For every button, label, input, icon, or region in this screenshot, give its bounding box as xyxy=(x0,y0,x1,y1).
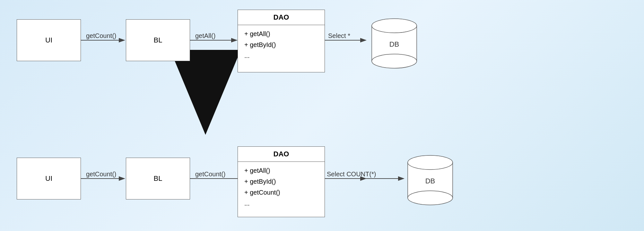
db-svg-top: DB xyxy=(369,14,420,69)
dao-item-top-2: + getById() xyxy=(244,39,318,50)
dao-header-top: DAO xyxy=(238,10,325,25)
svg-point-10 xyxy=(372,54,417,68)
ui-label-top: UI xyxy=(45,36,52,44)
bl-label-top: BL xyxy=(154,36,162,44)
ui-box-bottom: UI xyxy=(17,158,81,199)
dao-item-bottom-4: ... xyxy=(244,198,318,209)
svg-text:DB: DB xyxy=(389,40,399,48)
dao-item-bottom-1: + getAll() xyxy=(244,165,318,176)
dao-item-bottom-2: + getById() xyxy=(244,176,318,187)
svg-text:DB: DB xyxy=(425,177,435,185)
dao-body-bottom: + getAll() + getById() + getCount() ... xyxy=(238,162,325,212)
arrow-label-top-2: getAll() xyxy=(195,32,215,40)
bl-box-bottom: BL xyxy=(126,158,190,199)
dao-item-bottom-3: + getCount() xyxy=(244,187,318,198)
diagram-container: UI getCount() BL getAll() DAO + getAll()… xyxy=(0,0,644,231)
svg-point-17 xyxy=(408,156,452,169)
arrow-label-bottom-3: Select COUNT(*) xyxy=(327,171,376,178)
arrow-label-bottom-2: getCount() xyxy=(195,171,226,178)
db-cylinder-top: DB xyxy=(369,14,420,70)
dao-item-top-3: ... xyxy=(244,50,318,61)
dao-body-top: + getAll() + getById() ... xyxy=(238,25,325,64)
svg-point-15 xyxy=(408,191,453,205)
db-cylinder-bottom: DB xyxy=(405,151,456,207)
ui-box-top: UI xyxy=(17,19,81,61)
arrow-label-top-1: getCount() xyxy=(86,32,117,40)
svg-point-12 xyxy=(372,19,416,32)
ui-label-bottom: UI xyxy=(45,174,52,183)
dao-box-bottom: DAO + getAll() + getById() + getCount() … xyxy=(238,146,325,217)
dao-header-bottom: DAO xyxy=(238,147,325,162)
dao-item-top-1: + getAll() xyxy=(244,28,318,39)
db-svg-bottom: DB xyxy=(405,151,456,206)
arrow-label-top-3: Select * xyxy=(328,32,350,40)
bl-box-top: BL xyxy=(126,19,190,61)
arrow-label-bottom-1: getCount() xyxy=(86,171,117,178)
bl-label-bottom: BL xyxy=(154,174,162,183)
dao-box-top: DAO + getAll() + getById() ... xyxy=(238,10,325,72)
